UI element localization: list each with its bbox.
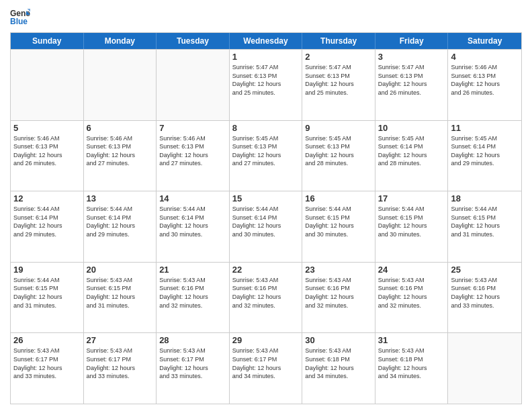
calendar-cell: 25Sunrise: 5:43 AM Sunset: 6:16 PM Dayli…: [448, 263, 521, 333]
day-info: Sunrise: 5:44 AM Sunset: 6:14 PM Dayligh…: [159, 205, 226, 238]
day-number: 2: [305, 52, 372, 62]
day-info: Sunrise: 5:46 AM Sunset: 6:13 PM Dayligh…: [13, 134, 81, 168]
day-info: Sunrise: 5:43 AM Sunset: 6:16 PM Dayligh…: [232, 276, 300, 310]
calendar-cell: 16Sunrise: 5:44 AM Sunset: 6:15 PM Dayli…: [302, 191, 375, 262]
day-number: 4: [451, 52, 519, 62]
logo: General Blue: [10, 7, 33, 27]
day-number: 31: [378, 335, 445, 345]
day-number: 12: [13, 193, 81, 203]
calendar: SundayMondayTuesdayWednesdayThursdayFrid…: [10, 32, 522, 404]
calendar-cell: 17Sunrise: 5:44 AM Sunset: 6:15 PM Dayli…: [375, 191, 449, 262]
day-number: 18: [451, 193, 519, 203]
day-number: 28: [159, 335, 226, 345]
calendar-header-row: SundayMondayTuesdayWednesdayThursdayFrid…: [11, 33, 521, 49]
day-number: 26: [13, 335, 81, 345]
day-info: Sunrise: 5:43 AM Sunset: 6:17 PM Dayligh…: [87, 347, 154, 380]
day-info: Sunrise: 5:44 AM Sunset: 6:15 PM Dayligh…: [451, 205, 519, 238]
calendar-header-cell: Sunday: [11, 33, 84, 49]
calendar-cell: 27Sunrise: 5:43 AM Sunset: 6:17 PM Dayli…: [84, 333, 157, 404]
calendar-header-cell: Wednesday: [230, 33, 303, 49]
day-number: 15: [232, 193, 300, 203]
day-number: 27: [87, 335, 154, 345]
day-info: Sunrise: 5:44 AM Sunset: 6:15 PM Dayligh…: [305, 205, 372, 238]
day-info: Sunrise: 5:44 AM Sunset: 6:14 PM Dayligh…: [87, 205, 154, 238]
calendar-week: 26Sunrise: 5:43 AM Sunset: 6:17 PM Dayli…: [11, 332, 521, 404]
calendar-cell: 8Sunrise: 5:45 AM Sunset: 6:13 PM Daylig…: [230, 121, 303, 191]
calendar-header-cell: Tuesday: [157, 33, 230, 49]
calendar-cell: 11Sunrise: 5:45 AM Sunset: 6:14 PM Dayli…: [448, 121, 521, 191]
calendar-cell: 10Sunrise: 5:45 AM Sunset: 6:14 PM Dayli…: [375, 121, 449, 191]
calendar-cell: 18Sunrise: 5:44 AM Sunset: 6:15 PM Dayli…: [448, 191, 521, 262]
header: General Blue: [10, 7, 522, 27]
day-number: 21: [159, 265, 226, 275]
calendar-body: 1Sunrise: 5:47 AM Sunset: 6:13 PM Daylig…: [11, 49, 521, 404]
day-info: Sunrise: 5:45 AM Sunset: 6:14 PM Dayligh…: [451, 134, 519, 168]
calendar-header-cell: Monday: [84, 33, 157, 49]
calendar-week: 1Sunrise: 5:47 AM Sunset: 6:13 PM Daylig…: [11, 49, 521, 120]
calendar-cell: 21Sunrise: 5:43 AM Sunset: 6:16 PM Dayli…: [157, 263, 230, 333]
calendar-cell: 30Sunrise: 5:43 AM Sunset: 6:18 PM Dayli…: [302, 333, 375, 404]
calendar-cell: [11, 50, 84, 120]
calendar-week: 12Sunrise: 5:44 AM Sunset: 6:14 PM Dayli…: [11, 191, 521, 262]
calendar-cell: [157, 50, 230, 120]
calendar-cell: 19Sunrise: 5:44 AM Sunset: 6:15 PM Dayli…: [11, 263, 84, 333]
calendar-cell: 29Sunrise: 5:43 AM Sunset: 6:17 PM Dayli…: [230, 333, 303, 404]
day-number: 29: [232, 335, 300, 345]
calendar-cell: 20Sunrise: 5:43 AM Sunset: 6:15 PM Dayli…: [84, 263, 157, 333]
calendar-cell: 26Sunrise: 5:43 AM Sunset: 6:17 PM Dayli…: [11, 333, 84, 404]
calendar-cell: 24Sunrise: 5:43 AM Sunset: 6:16 PM Dayli…: [375, 263, 449, 333]
day-number: 9: [305, 123, 372, 133]
calendar-cell: 1Sunrise: 5:47 AM Sunset: 6:13 PM Daylig…: [230, 50, 303, 120]
calendar-cell: 7Sunrise: 5:46 AM Sunset: 6:13 PM Daylig…: [157, 121, 230, 191]
calendar-cell: 23Sunrise: 5:43 AM Sunset: 6:16 PM Dayli…: [302, 263, 375, 333]
day-number: 14: [159, 193, 226, 203]
day-number: 3: [378, 52, 445, 62]
calendar-cell: 2Sunrise: 5:47 AM Sunset: 6:13 PM Daylig…: [302, 50, 375, 120]
calendar-cell: 13Sunrise: 5:44 AM Sunset: 6:14 PM Dayli…: [84, 191, 157, 262]
day-info: Sunrise: 5:45 AM Sunset: 6:13 PM Dayligh…: [305, 134, 372, 168]
day-number: 22: [232, 265, 300, 275]
day-number: 7: [159, 123, 226, 133]
calendar-cell: 5Sunrise: 5:46 AM Sunset: 6:13 PM Daylig…: [11, 121, 84, 191]
day-info: Sunrise: 5:47 AM Sunset: 6:13 PM Dayligh…: [232, 63, 300, 97]
day-info: Sunrise: 5:43 AM Sunset: 6:16 PM Dayligh…: [305, 276, 372, 310]
svg-text:Blue: Blue: [10, 17, 28, 26]
day-info: Sunrise: 5:43 AM Sunset: 6:18 PM Dayligh…: [305, 347, 372, 380]
day-info: Sunrise: 5:44 AM Sunset: 6:14 PM Dayligh…: [232, 205, 300, 238]
day-number: 11: [451, 123, 519, 133]
calendar-cell: 22Sunrise: 5:43 AM Sunset: 6:16 PM Dayli…: [230, 263, 303, 333]
day-number: 19: [13, 265, 81, 275]
day-number: 23: [305, 265, 372, 275]
day-info: Sunrise: 5:43 AM Sunset: 6:16 PM Dayligh…: [159, 276, 226, 310]
day-info: Sunrise: 5:43 AM Sunset: 6:16 PM Dayligh…: [378, 276, 445, 310]
day-info: Sunrise: 5:47 AM Sunset: 6:13 PM Dayligh…: [305, 63, 372, 97]
day-number: 13: [87, 193, 154, 203]
day-info: Sunrise: 5:43 AM Sunset: 6:18 PM Dayligh…: [378, 347, 445, 380]
day-info: Sunrise: 5:46 AM Sunset: 6:13 PM Dayligh…: [159, 134, 226, 168]
calendar-cell: [84, 50, 157, 120]
day-info: Sunrise: 5:45 AM Sunset: 6:14 PM Dayligh…: [378, 134, 445, 168]
day-number: 25: [451, 265, 519, 275]
calendar-cell: 4Sunrise: 5:46 AM Sunset: 6:13 PM Daylig…: [448, 50, 521, 120]
day-number: 5: [13, 123, 81, 133]
day-info: Sunrise: 5:44 AM Sunset: 6:15 PM Dayligh…: [13, 276, 81, 310]
calendar-week: 19Sunrise: 5:44 AM Sunset: 6:15 PM Dayli…: [11, 262, 521, 333]
calendar-cell: 14Sunrise: 5:44 AM Sunset: 6:14 PM Dayli…: [157, 191, 230, 262]
day-number: 20: [87, 265, 154, 275]
day-info: Sunrise: 5:47 AM Sunset: 6:13 PM Dayligh…: [378, 63, 445, 97]
day-number: 16: [305, 193, 372, 203]
day-info: Sunrise: 5:43 AM Sunset: 6:17 PM Dayligh…: [159, 347, 226, 380]
day-info: Sunrise: 5:45 AM Sunset: 6:13 PM Dayligh…: [232, 134, 300, 168]
day-info: Sunrise: 5:43 AM Sunset: 6:16 PM Dayligh…: [451, 276, 519, 310]
calendar-cell: 6Sunrise: 5:46 AM Sunset: 6:13 PM Daylig…: [84, 121, 157, 191]
day-info: Sunrise: 5:46 AM Sunset: 6:13 PM Dayligh…: [87, 134, 154, 168]
page: General Blue SundayMondayTuesdayWednesda…: [0, 0, 532, 411]
calendar-cell: 3Sunrise: 5:47 AM Sunset: 6:13 PM Daylig…: [375, 50, 449, 120]
day-info: Sunrise: 5:43 AM Sunset: 6:17 PM Dayligh…: [232, 347, 300, 380]
calendar-cell: [448, 333, 521, 404]
calendar-cell: 12Sunrise: 5:44 AM Sunset: 6:14 PM Dayli…: [11, 191, 84, 262]
calendar-cell: 9Sunrise: 5:45 AM Sunset: 6:13 PM Daylig…: [302, 121, 375, 191]
day-number: 17: [378, 193, 445, 203]
day-number: 10: [378, 123, 445, 133]
day-info: Sunrise: 5:46 AM Sunset: 6:13 PM Dayligh…: [451, 63, 519, 97]
